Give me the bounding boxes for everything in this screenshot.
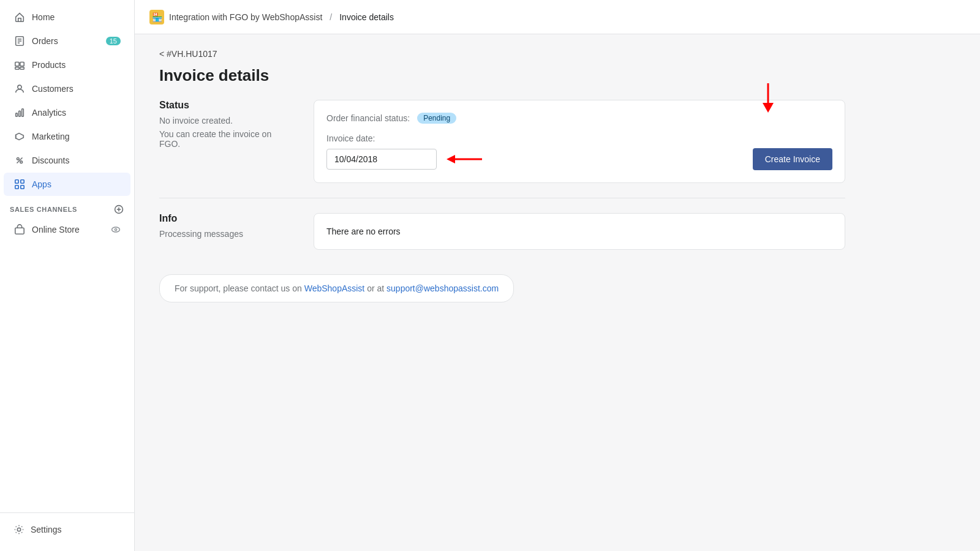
svg-rect-16	[15, 180, 18, 183]
sidebar-item-analytics[interactable]: Analytics	[4, 101, 130, 124]
svg-rect-23	[15, 228, 24, 234]
breadcrumb-separator: /	[330, 12, 332, 22]
invoice-date-label: Invoice date:	[326, 133, 832, 143]
svg-marker-28	[763, 103, 774, 113]
no-invoice-text: No invoice created.	[159, 116, 294, 126]
sidebar-item-discounts[interactable]: Discounts	[4, 149, 130, 172]
eye-icon[interactable]	[111, 225, 121, 234]
sidebar-item-customers[interactable]: Customers	[4, 77, 130, 100]
add-sales-channel-icon[interactable]	[113, 204, 124, 215]
sidebar-item-products[interactable]: Products	[4, 53, 130, 77]
sidebar-item-discounts-label: Discounts	[32, 156, 69, 165]
sales-channels-section: SALES CHANNELS	[0, 197, 134, 217]
support-email-link[interactable]: support@webshopassist.com	[386, 283, 499, 293]
info-card: There are no errors	[314, 213, 845, 250]
red-arrow-down-annotation	[759, 82, 777, 113]
svg-rect-10	[19, 111, 21, 116]
online-store-actions	[111, 225, 121, 234]
sales-channels-label: SALES CHANNELS	[10, 206, 77, 213]
analytics-icon	[13, 107, 26, 119]
status-card: Order financial status: Pending Invoice …	[314, 100, 845, 183]
support-prefix: For support, please contact us on	[175, 283, 304, 293]
sidebar-item-marketing[interactable]: Marketing	[4, 125, 130, 148]
breadcrumb-parent[interactable]: Integration with FGO by WebShopAssist	[169, 12, 322, 22]
fgo-text: You can create the invoice on FGO.	[159, 129, 294, 149]
svg-rect-5	[20, 62, 24, 66]
info-label-col: Info Processing messages	[159, 213, 294, 250]
status-section-row: Status No invoice created. You can creat…	[159, 100, 845, 183]
svg-rect-9	[16, 113, 18, 116]
main-content: 🏪 Integration with FGO by WebShopAssist …	[135, 0, 980, 551]
sidebar-item-settings[interactable]: Settings	[4, 519, 130, 541]
processing-messages-label: Processing messages	[159, 229, 294, 239]
svg-rect-19	[21, 186, 24, 189]
sidebar: Home Orders 15	[0, 0, 135, 551]
support-middle: or at	[364, 283, 386, 293]
svg-marker-30	[447, 155, 455, 163]
invoice-date-input-wrap	[326, 149, 483, 170]
info-section-heading: Info	[159, 213, 294, 224]
sidebar-item-home[interactable]: Home	[4, 6, 130, 29]
sidebar-item-home-label: Home	[32, 12, 55, 22]
back-link[interactable]: < #VH.HU1017	[159, 49, 845, 59]
svg-rect-7	[20, 67, 24, 70]
svg-point-25	[115, 228, 116, 230]
orders-icon	[13, 35, 26, 47]
invoice-date-section: Invoice date: Creat	[326, 133, 832, 170]
online-store-icon	[13, 223, 26, 236]
sidebar-item-marketing-label: Marketing	[32, 132, 69, 141]
status-label-col: Status No invoice created. You can creat…	[159, 100, 294, 183]
svg-rect-6	[15, 67, 19, 70]
svg-point-13	[17, 158, 20, 160]
info-section-row: Info Processing messages There are no er…	[159, 213, 845, 250]
orders-badge: 15	[106, 37, 121, 45]
app-icon: 🏪	[149, 10, 164, 24]
sidebar-item-apps-label: Apps	[32, 179, 51, 189]
products-icon	[13, 59, 26, 71]
settings-icon	[13, 524, 24, 535]
settings-label: Settings	[31, 525, 62, 534]
financial-status-row: Order financial status: Pending	[326, 113, 832, 124]
svg-rect-11	[22, 109, 24, 117]
online-store-label: Online Store	[32, 225, 105, 234]
sidebar-item-orders-label: Orders	[32, 36, 58, 46]
sidebar-item-customers-label: Customers	[32, 84, 74, 94]
topbar: 🏪 Integration with FGO by WebShopAssist …	[135, 0, 980, 34]
marketing-icon	[13, 130, 26, 143]
invoice-date-input[interactable]	[326, 149, 437, 170]
discounts-icon	[13, 154, 26, 167]
svg-rect-17	[21, 180, 24, 183]
svg-rect-4	[15, 62, 19, 66]
page-title: Invoice details	[159, 66, 845, 85]
apps-icon	[13, 178, 26, 190]
sidebar-item-products-label: Products	[32, 60, 66, 70]
home-icon	[13, 11, 26, 23]
invoice-date-row: Create Invoice	[326, 148, 832, 170]
sidebar-item-analytics-label: Analytics	[32, 108, 66, 118]
webshopassist-link[interactable]: WebShopAssist	[304, 283, 365, 293]
customers-icon	[13, 83, 26, 95]
no-errors-text: There are no errors	[326, 227, 401, 236]
sidebar-bottom: Settings	[0, 512, 134, 551]
financial-status-badge: Pending	[417, 113, 456, 124]
status-section-heading: Status	[159, 100, 294, 111]
create-invoice-button[interactable]: Create Invoice	[753, 148, 832, 170]
support-box: For support, please contact us on WebSho…	[159, 274, 514, 302]
svg-rect-18	[15, 186, 18, 189]
financial-status-label: Order financial status:	[326, 113, 410, 123]
red-arrow-left-annotation	[447, 152, 483, 166]
support-section: For support, please contact us on WebSho…	[159, 264, 845, 302]
section-divider	[159, 198, 845, 198]
sidebar-item-orders[interactable]: Orders 15	[4, 29, 130, 53]
sidebar-nav: Home Orders 15	[0, 0, 134, 512]
svg-line-15	[17, 158, 23, 163]
sidebar-item-online-store[interactable]: Online Store	[4, 218, 130, 241]
svg-point-24	[112, 227, 120, 232]
svg-point-8	[18, 85, 21, 89]
sidebar-item-apps[interactable]: Apps	[4, 173, 130, 196]
breadcrumb-current: Invoice details	[339, 12, 394, 22]
svg-point-14	[20, 161, 23, 163]
page-body: < #VH.HU1017 Invoice details Status No i…	[135, 34, 870, 317]
svg-point-26	[17, 528, 20, 531]
